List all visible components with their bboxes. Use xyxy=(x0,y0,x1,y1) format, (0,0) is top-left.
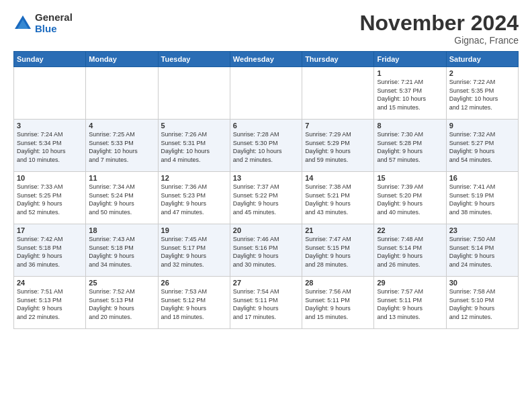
day-number: 25 xyxy=(89,279,154,287)
month-title: November 2024 xyxy=(359,12,519,34)
day-cell-29: 29Sunrise: 7:57 AM Sunset: 5:11 PM Dayli… xyxy=(374,277,446,329)
day-cell-12: 12Sunrise: 7:36 AM Sunset: 5:23 PM Dayli… xyxy=(158,172,230,224)
day-cell-14: 14Sunrise: 7:38 AM Sunset: 5:21 PM Dayli… xyxy=(302,172,374,224)
col-header-tuesday: Tuesday xyxy=(158,52,230,67)
day-number: 18 xyxy=(89,226,154,234)
day-number: 8 xyxy=(377,122,443,130)
week-row-1: 1Sunrise: 7:21 AM Sunset: 5:37 PM Daylig… xyxy=(14,67,519,120)
day-info: Sunrise: 7:41 AM Sunset: 5:19 PM Dayligh… xyxy=(449,183,515,216)
day-cell-5: 5Sunrise: 7:26 AM Sunset: 5:31 PM Daylig… xyxy=(158,120,230,172)
day-number: 13 xyxy=(233,174,299,182)
day-cell-4: 4Sunrise: 7:25 AM Sunset: 5:33 PM Daylig… xyxy=(86,120,158,172)
day-number: 17 xyxy=(17,226,83,234)
day-cell-26: 26Sunrise: 7:53 AM Sunset: 5:12 PM Dayli… xyxy=(158,277,230,329)
title-area: November 2024 Gignac, France xyxy=(359,12,519,46)
day-info: Sunrise: 7:57 AM Sunset: 5:11 PM Dayligh… xyxy=(377,287,443,321)
day-info: Sunrise: 7:46 AM Sunset: 5:16 PM Dayligh… xyxy=(233,235,299,269)
week-row-3: 10Sunrise: 7:33 AM Sunset: 5:25 PM Dayli… xyxy=(14,172,519,224)
day-number: 3 xyxy=(17,122,83,130)
day-number: 6 xyxy=(233,122,299,130)
week-row-5: 24Sunrise: 7:51 AM Sunset: 5:13 PM Dayli… xyxy=(14,277,519,329)
empty-cell xyxy=(302,67,374,120)
col-header-saturday: Saturday xyxy=(446,52,518,67)
day-info: Sunrise: 7:39 AM Sunset: 5:20 PM Dayligh… xyxy=(377,183,443,216)
day-cell-2: 2Sunrise: 7:22 AM Sunset: 5:35 PM Daylig… xyxy=(446,67,518,120)
header: General Blue November 2024 Gignac, Franc… xyxy=(13,12,519,46)
day-cell-20: 20Sunrise: 7:46 AM Sunset: 5:16 PM Dayli… xyxy=(230,224,302,277)
logo-text: General Blue xyxy=(35,12,73,34)
week-row-2: 3Sunrise: 7:24 AM Sunset: 5:34 PM Daylig… xyxy=(14,120,519,172)
day-cell-6: 6Sunrise: 7:28 AM Sunset: 5:30 PM Daylig… xyxy=(230,120,302,172)
logo-icon xyxy=(13,14,32,33)
day-cell-11: 11Sunrise: 7:34 AM Sunset: 5:24 PM Dayli… xyxy=(86,172,158,224)
day-number: 27 xyxy=(233,279,299,287)
day-cell-15: 15Sunrise: 7:39 AM Sunset: 5:20 PM Dayli… xyxy=(374,172,446,224)
day-info: Sunrise: 7:34 AM Sunset: 5:24 PM Dayligh… xyxy=(89,183,154,216)
day-info: Sunrise: 7:47 AM Sunset: 5:15 PM Dayligh… xyxy=(305,235,371,269)
day-cell-22: 22Sunrise: 7:48 AM Sunset: 5:14 PM Dayli… xyxy=(374,224,446,277)
empty-cell xyxy=(14,67,86,120)
day-info: Sunrise: 7:29 AM Sunset: 5:29 PM Dayligh… xyxy=(305,130,371,164)
day-cell-18: 18Sunrise: 7:43 AM Sunset: 5:18 PM Dayli… xyxy=(86,224,158,277)
day-cell-17: 17Sunrise: 7:42 AM Sunset: 5:18 PM Dayli… xyxy=(14,224,86,277)
day-info: Sunrise: 7:37 AM Sunset: 5:22 PM Dayligh… xyxy=(233,183,299,216)
day-cell-25: 25Sunrise: 7:52 AM Sunset: 5:13 PM Dayli… xyxy=(86,277,158,329)
day-info: Sunrise: 7:50 AM Sunset: 5:14 PM Dayligh… xyxy=(449,235,515,269)
day-number: 10 xyxy=(17,174,83,182)
day-cell-13: 13Sunrise: 7:37 AM Sunset: 5:22 PM Dayli… xyxy=(230,172,302,224)
empty-cell xyxy=(158,67,230,120)
col-header-monday: Monday xyxy=(86,52,158,67)
day-info: Sunrise: 7:24 AM Sunset: 5:34 PM Dayligh… xyxy=(17,130,83,164)
day-number: 2 xyxy=(449,69,515,77)
day-number: 1 xyxy=(377,69,443,77)
day-info: Sunrise: 7:58 AM Sunset: 5:10 PM Dayligh… xyxy=(449,287,515,321)
day-number: 29 xyxy=(377,279,443,287)
day-info: Sunrise: 7:32 AM Sunset: 5:27 PM Dayligh… xyxy=(449,130,515,164)
day-info: Sunrise: 7:51 AM Sunset: 5:13 PM Dayligh… xyxy=(17,287,83,321)
day-cell-1: 1Sunrise: 7:21 AM Sunset: 5:37 PM Daylig… xyxy=(374,67,446,120)
day-info: Sunrise: 7:22 AM Sunset: 5:35 PM Dayligh… xyxy=(449,78,515,111)
day-cell-3: 3Sunrise: 7:24 AM Sunset: 5:34 PM Daylig… xyxy=(14,120,86,172)
day-info: Sunrise: 7:25 AM Sunset: 5:33 PM Dayligh… xyxy=(89,130,154,164)
day-number: 11 xyxy=(89,174,154,182)
logo: General Blue xyxy=(13,12,73,34)
day-number: 5 xyxy=(161,122,227,130)
day-number: 14 xyxy=(305,174,371,182)
logo-blue: Blue xyxy=(35,24,73,35)
day-number: 16 xyxy=(449,174,515,182)
day-cell-7: 7Sunrise: 7:29 AM Sunset: 5:29 PM Daylig… xyxy=(302,120,374,172)
day-info: Sunrise: 7:36 AM Sunset: 5:23 PM Dayligh… xyxy=(161,183,227,216)
day-info: Sunrise: 7:48 AM Sunset: 5:14 PM Dayligh… xyxy=(377,235,443,269)
day-number: 28 xyxy=(305,279,371,287)
day-number: 19 xyxy=(161,226,227,234)
day-number: 22 xyxy=(377,226,443,234)
empty-cell xyxy=(230,67,302,120)
day-number: 7 xyxy=(305,122,371,130)
day-number: 30 xyxy=(449,279,515,287)
day-cell-23: 23Sunrise: 7:50 AM Sunset: 5:14 PM Dayli… xyxy=(446,224,518,277)
col-header-thursday: Thursday xyxy=(302,52,374,67)
day-info: Sunrise: 7:30 AM Sunset: 5:28 PM Dayligh… xyxy=(377,130,443,164)
col-header-wednesday: Wednesday xyxy=(230,52,302,67)
day-info: Sunrise: 7:43 AM Sunset: 5:18 PM Dayligh… xyxy=(89,235,154,269)
col-header-sunday: Sunday xyxy=(14,52,86,67)
day-info: Sunrise: 7:53 AM Sunset: 5:12 PM Dayligh… xyxy=(161,287,227,321)
day-number: 24 xyxy=(17,279,83,287)
day-info: Sunrise: 7:26 AM Sunset: 5:31 PM Dayligh… xyxy=(161,130,227,164)
day-info: Sunrise: 7:33 AM Sunset: 5:25 PM Dayligh… xyxy=(17,183,83,216)
day-info: Sunrise: 7:21 AM Sunset: 5:37 PM Dayligh… xyxy=(377,78,443,111)
day-cell-9: 9Sunrise: 7:32 AM Sunset: 5:27 PM Daylig… xyxy=(446,120,518,172)
empty-cell xyxy=(86,67,158,120)
day-info: Sunrise: 7:42 AM Sunset: 5:18 PM Dayligh… xyxy=(17,235,83,269)
day-number: 4 xyxy=(89,122,154,130)
day-info: Sunrise: 7:56 AM Sunset: 5:11 PM Dayligh… xyxy=(305,287,371,321)
day-number: 21 xyxy=(305,226,371,234)
day-cell-8: 8Sunrise: 7:30 AM Sunset: 5:28 PM Daylig… xyxy=(374,120,446,172)
col-header-friday: Friday xyxy=(374,52,446,67)
day-number: 15 xyxy=(377,174,443,182)
day-number: 12 xyxy=(161,174,227,182)
day-cell-30: 30Sunrise: 7:58 AM Sunset: 5:10 PM Dayli… xyxy=(446,277,518,329)
day-cell-16: 16Sunrise: 7:41 AM Sunset: 5:19 PM Dayli… xyxy=(446,172,518,224)
day-info: Sunrise: 7:54 AM Sunset: 5:11 PM Dayligh… xyxy=(233,287,299,321)
calendar-table: SundayMondayTuesdayWednesdayThursdayFrid… xyxy=(13,51,519,329)
